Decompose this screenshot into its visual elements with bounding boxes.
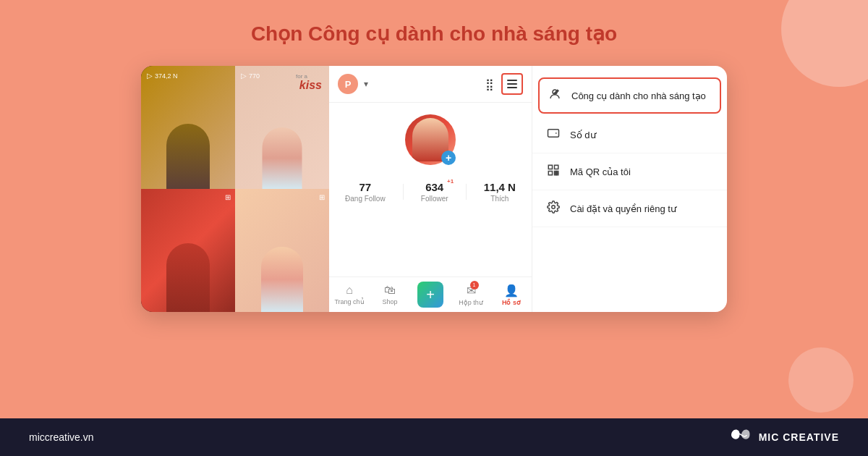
avatar-plus-button[interactable]: + [441, 151, 456, 165]
svg-rect-7 [555, 174, 556, 175]
menu-item-creator-tools[interactable]: Công cụ dành cho nhà sáng tạo [538, 77, 721, 114]
nav-inbox-label: Hộp thư [459, 299, 483, 306]
qr-menu-icon [547, 164, 561, 180]
menu-item-qr[interactable]: Mã QR của tôi [532, 153, 727, 190]
hamburger-line-1 [507, 80, 517, 81]
qr-label: Mã QR của tôi [570, 166, 631, 177]
nav-profile-label: Hồ sơ [502, 299, 521, 306]
profile-p-icon: P [338, 74, 358, 94]
video-thumb-2: for a kiss ▷770 [235, 66, 329, 189]
mic-creative-logo-icon [728, 426, 754, 448]
nav-create[interactable]: + [410, 282, 451, 308]
nav-shop-label: Shop [382, 298, 397, 305]
svg-rect-5 [555, 172, 556, 173]
save-icon-3: ⊞ [225, 193, 231, 201]
following-count: 77 [359, 181, 371, 193]
svg-rect-3 [555, 165, 558, 169]
footer-brand-name: MIC CREATIVE [759, 431, 839, 443]
video-grid: ▷374,2 N for a kiss ▷770 ⊞ ⊞ [141, 66, 329, 312]
menu-item-balance[interactable]: Số dư [532, 117, 727, 153]
menu-item-settings[interactable]: Cài đặt và quyền riêng tư [532, 190, 727, 227]
svg-point-9 [552, 206, 556, 209]
kiss-text: kiss [299, 79, 322, 92]
hamburger-menu-button[interactable] [501, 73, 523, 95]
stat-likes: 11,4 N Thích [484, 181, 516, 203]
shop-icon: 🛍 [384, 284, 396, 296]
profile-nav-icon: 👤 [504, 284, 519, 297]
stat-following: 77 Đang Follow [345, 181, 386, 203]
profile-header: P ▾ ⣿ [329, 66, 532, 103]
qr-icon[interactable]: ⣿ [485, 77, 494, 91]
nav-profile[interactable]: 👤 Hồ sơ [491, 284, 532, 306]
footer-logo: MIC CREATIVE [728, 426, 839, 448]
profile-stats: 77 Đang Follow 634 +1 Follower 11,4 N Th… [329, 174, 532, 203]
create-plus-button[interactable]: + [417, 282, 443, 308]
play-indicator-1: ▷374,2 N [147, 72, 178, 80]
bottom-nav: ⌂ Trang chủ 🛍 Shop + ✉ 1 [329, 276, 532, 312]
stat-followers: 634 +1 Follower [421, 181, 448, 203]
video-thumb-4: ⊞ [235, 189, 329, 312]
likes-count: 11,4 N [484, 181, 516, 193]
svg-rect-1 [548, 130, 559, 138]
video-thumb-1: ▷374,2 N [141, 66, 235, 189]
inbox-icon-wrapper: ✉ 1 [467, 284, 476, 297]
svg-rect-2 [548, 165, 552, 169]
stat-divider-2 [466, 184, 467, 200]
profile-avatar-area: + [329, 103, 532, 174]
following-label: Đang Follow [345, 195, 386, 203]
hamburger-line-3 [507, 87, 517, 88]
creator-tools-icon [548, 88, 563, 104]
inbox-badge: 1 [470, 281, 479, 290]
footer-brand: MIC CREATIVE [728, 426, 839, 448]
stat-divider-1 [403, 184, 404, 200]
settings-icon [547, 200, 561, 216]
followers-plus-badge: +1 [447, 178, 454, 185]
nav-home-label: Trang chủ [334, 298, 364, 305]
wallet-icon [547, 127, 561, 143]
video-thumb-3: ⊞ [141, 189, 235, 312]
chevron-down-icon[interactable]: ▾ [364, 79, 368, 89]
avatar-wrapper: + [405, 114, 456, 165]
save-icon-4: ⊞ [319, 193, 325, 201]
svg-rect-6 [557, 172, 558, 173]
footer-url: miccreative.vn [29, 431, 93, 443]
phone-mockup: ▷374,2 N for a kiss ▷770 ⊞ ⊞ [141, 66, 727, 312]
settings-label: Cài đặt và quyền riêng tư [570, 203, 676, 214]
nav-inbox[interactable]: ✉ 1 Hộp thư [451, 284, 491, 306]
followers-label: Follower [421, 195, 448, 203]
likes-label: Thích [490, 195, 509, 203]
person-figure-4 [261, 247, 303, 312]
nav-shop[interactable]: 🛍 Shop [370, 284, 410, 305]
page-title: Chọn Công cụ dành cho nhà sáng tạo [251, 22, 617, 46]
person-figure-3 [166, 243, 210, 312]
followers-count: 634 +1 [425, 181, 443, 193]
creator-tools-label: Công cụ dành cho nhà sáng tạo [571, 90, 706, 101]
svg-rect-4 [548, 172, 552, 175]
play-indicator-2: ▷770 [241, 72, 260, 80]
hamburger-line-2 [507, 83, 517, 85]
person-figure-1 [166, 124, 210, 189]
balance-label: Số dư [570, 130, 596, 140]
nav-home[interactable]: ⌂ Trang chủ [329, 284, 370, 305]
home-icon: ⌂ [346, 284, 353, 297]
hamburger-icon [507, 80, 517, 88]
main-content: Chọn Công cụ dành cho nhà sáng tạo ▷374,… [0, 0, 868, 418]
footer: miccreative.vn MIC CREATIVE [0, 418, 868, 456]
dropdown-menu-panel: Công cụ dành cho nhà sáng tạo Số dư [532, 66, 727, 312]
person-figure-2 [263, 127, 302, 189]
shop-icon-wrapper: 🛍 [384, 284, 396, 297]
svg-rect-8 [557, 174, 558, 175]
profile-panel: P ▾ ⣿ + [329, 66, 532, 312]
